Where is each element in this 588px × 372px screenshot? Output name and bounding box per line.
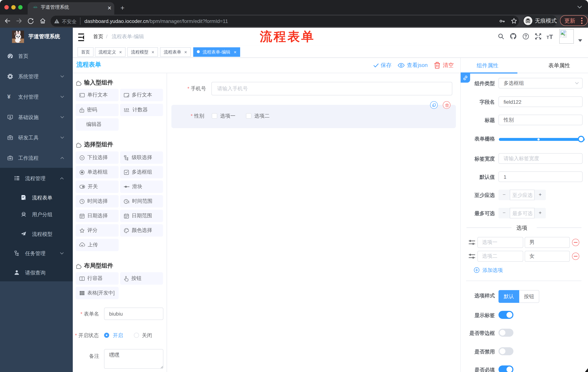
svg-text:123: 123	[124, 108, 129, 111]
